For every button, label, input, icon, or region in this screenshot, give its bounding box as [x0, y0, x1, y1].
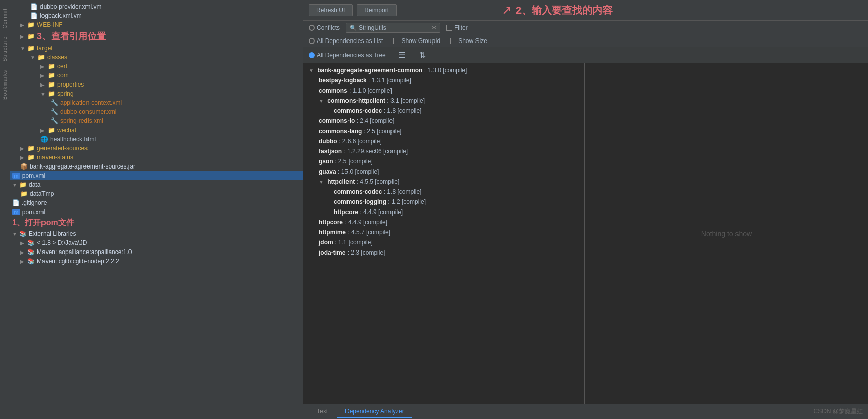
dep-item-commons-codec-2[interactable]: commons-codec : 1.8 [compile]	[303, 187, 584, 197]
nothing-to-show-text: Nothing to show	[701, 230, 752, 238]
dep-item-jdom[interactable]: jdom : 1.1 [compile]	[303, 237, 584, 247]
all-dep-list-label: All Dependencies as List	[317, 37, 383, 45]
tree-item-spring-redis[interactable]: 🔧 spring-redis.xml	[10, 116, 303, 125]
tree-item-test[interactable]: ▶ 📁 3、查看引用位置	[10, 29, 303, 44]
tree-label: spring	[57, 90, 74, 97]
show-size-label[interactable]: Show Size	[450, 37, 487, 45]
tree-item-properties[interactable]: ▶ 📁 properties	[10, 80, 303, 89]
tree-item-cert[interactable]: ▶ 📁 cert	[10, 62, 303, 71]
folder-icon: 📁	[27, 145, 35, 152]
tree-label: cert	[57, 63, 67, 70]
filter-checkbox-label[interactable]: Filter	[446, 24, 468, 31]
tree-label: logback.xml.vm	[40, 12, 82, 19]
dep-item-httpcore-2[interactable]: httpcore : 4.4.9 [compile]	[303, 217, 584, 227]
dep-item-fastjson[interactable]: fastjson : 1.2.29.sec06 [compile]	[303, 146, 584, 156]
jdk-icon: 📚	[27, 239, 35, 246]
dep-item-commons-io[interactable]: commons-io : 2.4 [compile]	[303, 116, 584, 126]
dep-item-gson[interactable]: gson : 2.5 [compile]	[303, 156, 584, 166]
file-tree-scroll[interactable]: 📄 dubbo-provider.xml.vm 📄 logback.xml.vm…	[10, 0, 303, 419]
arrow-icon: ▶	[20, 146, 27, 151]
dep-name: commons-io	[319, 117, 355, 124]
dep-item-root[interactable]: ▼ bank-aggregate-agreement-common : 1.3.…	[303, 65, 584, 75]
search-input[interactable]	[359, 24, 429, 31]
tree-item-maven-status[interactable]: ▶ 📁 maven-status	[10, 153, 303, 162]
tree-item-healthcheck[interactable]: 🌐 healthcheck.html	[10, 135, 303, 144]
dep-item-guava[interactable]: guava : 15.0 [compile]	[303, 166, 584, 177]
tree-label: application-context.xml	[60, 99, 122, 106]
options-row: All Dependencies as List Show GroupId Sh…	[303, 35, 868, 47]
dep-version: : 4.5.7 [compile]	[348, 229, 390, 236]
tree-item-com[interactable]: ▶ 📁 com	[10, 71, 303, 80]
dep-version: : 1.8 [compile]	[384, 107, 422, 114]
tree-item-aopalliance[interactable]: ▶ 📚 Maven: aopalliance:aopalliance:1.0	[10, 247, 303, 257]
show-group-id-label[interactable]: Show GroupId	[393, 37, 440, 45]
tree-item-cglib[interactable]: ▶ 📚 Maven: cglib:cglib-nodep:2.2.2	[10, 257, 303, 266]
tree-item-classes[interactable]: ▼ 📁 classes	[10, 53, 303, 62]
dep-item-joda-time[interactable]: joda-time : 2.3 [compile]	[303, 247, 584, 258]
refresh-ui-button[interactable]: Refresh UI	[309, 4, 353, 16]
tree-item-dubbo-consumer[interactable]: 🔧 dubbo-consumer.xml	[10, 107, 303, 116]
dep-name: gson	[319, 158, 333, 165]
tree-label: spring-redis.xml	[60, 117, 103, 124]
tree-item-target[interactable]: ▼ 📁 target	[10, 44, 303, 53]
file-icon: 📄	[30, 3, 38, 10]
all-dep-list-radio[interactable]: All Dependencies as List	[309, 37, 383, 45]
dep-item-dubbo[interactable]: dubbo : 2.6.6 [compile]	[303, 136, 584, 146]
all-dep-tree-radio[interactable]: All Dependencies as Tree	[309, 52, 386, 59]
file-icon: 📄	[30, 12, 38, 19]
dep-version: : 2.3 [compile]	[348, 249, 385, 256]
sidebar-label-bookmarks[interactable]: Bookmarks	[1, 66, 9, 104]
dep-item-commons-codec-1[interactable]: commons-codec : 1.8 [compile]	[303, 106, 584, 116]
dep-item-commons-lang[interactable]: commons-lang : 2.5 [compile]	[303, 126, 584, 136]
tree-item-spring[interactable]: ▼ 📁 spring	[10, 89, 303, 98]
folder-icon: 📁	[27, 21, 35, 28]
html-icon: 🌐	[40, 136, 48, 143]
toolbar: Refresh UI Reimport ↗ 2、输入要查找的内容	[303, 0, 868, 21]
arrow-icon: ▶	[20, 249, 27, 255]
tree-item-jar[interactable]: 📦 bank-aggregate-agreement-sources.jar	[10, 162, 303, 171]
tree-item-app-context[interactable]: 🔧 application-context.xml	[10, 98, 303, 107]
arrow-icon: ▶	[20, 259, 27, 264]
arrow-icon: ▶	[20, 155, 27, 160]
tree-item-data[interactable]: ▼ 📁 data	[10, 180, 303, 189]
dep-item-httpclient[interactable]: ▼ httpclient : 4.5.5 [compile]	[303, 177, 584, 187]
tree-item-ext-libs[interactable]: ▼ 📚 External Libraries	[10, 229, 303, 238]
arrow-icon: ▼	[12, 231, 19, 237]
collapse-all-icon[interactable]: ☰	[396, 49, 407, 61]
sidebar-label-commit[interactable]: Commit	[1, 4, 9, 32]
tab-dependency-analyzer[interactable]: Dependency Analyzer	[337, 406, 412, 418]
tree-item-wechat[interactable]: ▶ 📁 wechat	[10, 125, 303, 135]
search-box[interactable]: 🔍 ✕	[346, 23, 440, 33]
tree-item-logback[interactable]: 📄 logback.xml.vm	[10, 11, 303, 20]
dep-item-httpmime[interactable]: httpmime : 4.5.7 [compile]	[303, 227, 584, 237]
arrow-icon: ▶	[20, 240, 27, 246]
tree-item-dubbo-provider[interactable]: 📄 dubbo-provider.xml.vm	[10, 2, 303, 11]
folder-icon: 📁	[27, 154, 35, 161]
dep-item-commons-httpclient[interactable]: ▼ commons-httpclient : 3.1 [compile]	[303, 96, 584, 106]
dep-version: : 3.1 [compile]	[387, 97, 425, 104]
dep-version: : 1.3.1 [compile]	[368, 77, 411, 84]
expand-all-icon[interactable]: ⇅	[417, 49, 428, 61]
tree-item-datatmp[interactable]: 📁 dataTmp	[10, 189, 303, 198]
sidebar-label-structure[interactable]: Structure	[1, 32, 9, 66]
dep-item-bestpay[interactable]: bestpay-logback : 1.3.1 [compile]	[303, 75, 584, 86]
dep-item-commons-logging[interactable]: commons-logging : 1.2 [compile]	[303, 197, 584, 207]
search-close-icon[interactable]: ✕	[431, 24, 437, 31]
tab-text[interactable]: Text	[309, 406, 336, 418]
dependency-tree[interactable]: ▼ bank-aggregate-agreement-common : 1.3.…	[303, 63, 585, 404]
dep-item-httpcore-1[interactable]: httpcore : 4.4.9 [compile]	[303, 207, 584, 217]
tree-item-gitignore[interactable]: 📄 .gitignore	[10, 198, 303, 207]
tree-item-jdk[interactable]: ▶ 📚 < 1.8 > D:\Java\JD	[10, 238, 303, 247]
conflicts-label: Conflicts	[317, 24, 340, 31]
tree-item-generated-sources[interactable]: ▶ 📁 generated-sources	[10, 144, 303, 153]
conflicts-radio[interactable]: Conflicts	[309, 24, 340, 31]
tree-item-pom2[interactable]: m pom.xml	[10, 207, 303, 217]
tree-label: 3、查看引用位置	[37, 30, 106, 43]
dep-item-commons[interactable]: commons : 1.1.0 [compile]	[303, 86, 584, 96]
tree-item-pom-selected[interactable]: m pom.xml	[10, 171, 303, 180]
reimport-button[interactable]: Reimport	[357, 4, 397, 16]
tree-item-webinf[interactable]: ▶ 📁 WEB-INF	[10, 20, 303, 29]
dep-detail-panel: Nothing to show	[585, 63, 868, 404]
arrow-icon: ▼	[20, 46, 27, 51]
dep-name: commons-lang	[319, 128, 362, 135]
